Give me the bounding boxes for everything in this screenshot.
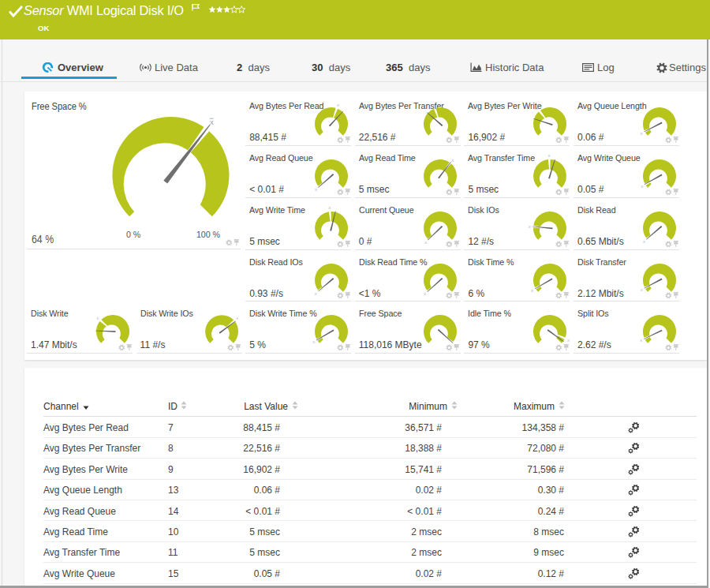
svg-text:x: x: [315, 290, 317, 295]
svg-text:x: x: [312, 339, 315, 344]
svg-text:x: x: [567, 338, 570, 343]
svg-text:x: x: [531, 287, 533, 292]
svg-text:x: x: [640, 287, 642, 292]
svg-text:x: x: [337, 103, 339, 107]
svg-text:x: x: [643, 239, 645, 244]
svg-text:x: x: [236, 316, 238, 320]
svg-text:x: x: [548, 153, 551, 158]
svg-text:x: x: [328, 205, 331, 210]
svg-text:x: x: [640, 338, 642, 343]
svg-text:x: x: [96, 316, 99, 320]
svg-text:x: x: [529, 224, 531, 229]
svg-text:x: x: [210, 118, 214, 126]
svg-text:x: x: [424, 291, 427, 296]
svg-text:x: x: [432, 103, 435, 107]
svg-text:x: x: [640, 131, 642, 136]
svg-text:x: x: [315, 187, 317, 192]
svg-text:x: x: [641, 184, 643, 189]
svg-text:x: x: [452, 158, 454, 163]
svg-text:x: x: [536, 106, 538, 110]
svg-text:x: x: [425, 240, 428, 245]
